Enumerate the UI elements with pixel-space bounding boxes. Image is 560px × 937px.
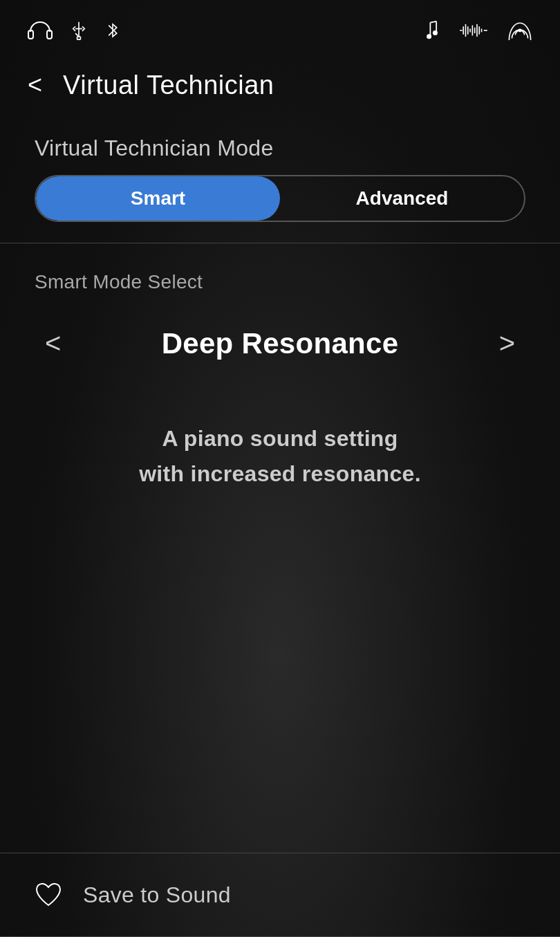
save-label: Save to Sound: [83, 882, 231, 908]
status-left-icons: [28, 21, 120, 40]
svg-rect-4: [77, 37, 81, 39]
status-bar: [0, 0, 560, 55]
description-line-2: with increased resonance.: [35, 456, 525, 492]
bottom-section: Save to Sound: [0, 853, 560, 937]
description-line-1: A piano sound setting: [35, 421, 525, 456]
heart-icon: [35, 881, 62, 909]
mode-nav-row: < Deep Resonance >: [35, 314, 525, 373]
next-mode-button[interactable]: >: [489, 321, 525, 366]
spacer: [0, 505, 560, 853]
status-right-icons: [424, 20, 532, 41]
mode-toggle: Smart Advanced: [35, 175, 525, 222]
smart-mode-section: Smart Mode Select < Deep Resonance >: [0, 243, 560, 387]
back-button[interactable]: <: [21, 69, 49, 101]
save-to-sound-button[interactable]: Save to Sound: [0, 853, 560, 936]
prev-mode-button[interactable]: <: [35, 321, 71, 366]
svg-point-10: [427, 34, 431, 39]
mode-description: A piano sound setting with increased res…: [0, 387, 560, 505]
waveform-icon: [456, 21, 491, 40]
headphones-icon: [28, 21, 53, 40]
music-note-icon: [424, 20, 440, 41]
advanced-mode-button[interactable]: Advanced: [280, 176, 524, 221]
usb-icon: [69, 21, 88, 40]
header: < Virtual Technician: [0, 55, 560, 115]
page-title: Virtual Technician: [63, 71, 274, 100]
main-content: Virtual Technician Mode Smart Advanced S…: [0, 115, 560, 937]
bluetooth-icon: [105, 21, 120, 40]
smart-mode-label: Smart Mode Select: [35, 271, 525, 293]
svg-line-8: [430, 21, 436, 23]
current-mode-title: Deep Resonance: [71, 327, 488, 360]
section-title: Virtual Technician Mode: [0, 122, 560, 175]
svg-point-11: [433, 30, 438, 35]
wifi-icon: [507, 21, 532, 40]
smart-mode-button[interactable]: Smart: [36, 176, 280, 221]
